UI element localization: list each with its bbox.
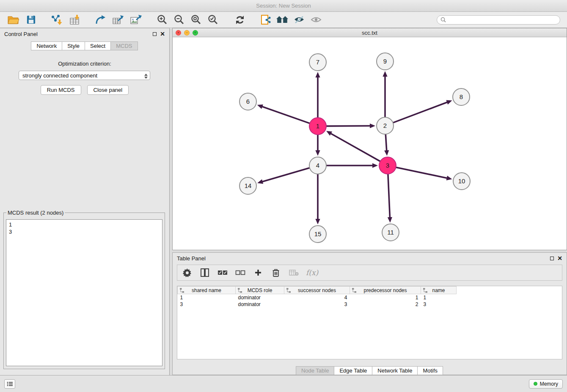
show-columns-icon[interactable] [199, 266, 210, 279]
export-table-icon[interactable] [111, 13, 125, 27]
control-panel-tab-select[interactable]: Select [85, 41, 111, 50]
open-session-icon[interactable] [6, 13, 20, 27]
copy-network-view-icon[interactable] [258, 13, 272, 27]
graph-node-2[interactable]: 2 [377, 117, 394, 134]
filter-icon[interactable] [292, 13, 306, 27]
graph-node-8[interactable]: 8 [453, 88, 470, 105]
graph-node-1[interactable]: 1 [309, 118, 326, 135]
node-label: 11 [387, 229, 394, 236]
graph-node-10[interactable]: 10 [453, 173, 470, 190]
edge-1-7[interactable] [315, 72, 320, 118]
run-mcds-button[interactable]: Run MCDS [41, 85, 81, 95]
delete-column-icon[interactable] [288, 266, 299, 279]
edge-3-11[interactable] [388, 174, 392, 223]
graph-node-6[interactable]: 6 [239, 93, 256, 110]
optimization-dropdown-value: strongly connected component [22, 72, 97, 79]
edge-1-6[interactable] [257, 105, 310, 124]
float-panel-icon[interactable] [153, 32, 157, 36]
zoom-fit-icon[interactable] [189, 13, 203, 27]
edge-2-8[interactable] [393, 100, 452, 122]
graph-node-14[interactable]: 14 [239, 177, 256, 194]
search-box[interactable] [437, 15, 560, 25]
window-titlebar[interactable]: Session: New Session [0, 0, 567, 12]
table-row[interactable]: 1dominator411 [178, 294, 562, 301]
table-tab-motifs[interactable]: Motifs [417, 366, 443, 375]
table-panel-title: Table Panel [177, 255, 206, 262]
graph-node-15[interactable]: 15 [309, 226, 326, 243]
close-window-icon[interactable]: × [176, 30, 181, 36]
memory-button[interactable]: Memory [529, 379, 563, 389]
edge-4-14[interactable] [257, 168, 310, 184]
edge-4-15[interactable] [315, 174, 320, 224]
edge-2-3[interactable] [384, 134, 389, 156]
column-header-label: shared name [192, 287, 221, 293]
graph-node-9[interactable]: 9 [377, 53, 394, 70]
function-builder-icon[interactable]: f(x) [306, 266, 318, 279]
control-panel-tab-network[interactable]: Network [31, 41, 62, 50]
search-input[interactable] [448, 17, 556, 23]
search-icon [440, 17, 446, 22]
export-image-icon[interactable] [129, 13, 143, 27]
zoom-selected-icon[interactable] [206, 13, 220, 27]
table-row[interactable]: 3dominator323 [178, 301, 562, 308]
save-session-icon[interactable] [24, 13, 38, 27]
node-label: 2 [383, 122, 387, 129]
table-tab-edge-table[interactable]: Edge Table [334, 366, 372, 375]
refresh-view-icon[interactable] [233, 13, 247, 27]
edge-2-9[interactable] [383, 71, 387, 117]
close-table-panel-icon[interactable]: ✕ [557, 255, 562, 261]
node-table-container[interactable]: shared nameMCDS rolesuccessor nodesprede… [177, 286, 562, 359]
status-bar: Memory [0, 375, 567, 392]
minimize-window-icon[interactable]: − [184, 30, 190, 36]
memory-label: Memory [540, 381, 558, 387]
mcds-result-text[interactable]: 13 [6, 219, 162, 366]
sort-icon [237, 288, 242, 293]
edge-4-3[interactable] [326, 163, 378, 168]
graph-node-7[interactable]: 7 [309, 54, 326, 71]
table-cell: 3 [421, 301, 457, 308]
sort-icon [352, 288, 357, 293]
unselect-all-icon[interactable] [235, 266, 246, 279]
edge-3-1[interactable] [326, 131, 380, 161]
network-window-titlebar[interactable]: × − + scc.txt [173, 28, 567, 37]
edge-1-4[interactable] [315, 135, 320, 156]
column-header-name[interactable]: name [421, 287, 457, 294]
edge-3-10[interactable] [396, 167, 452, 180]
new-network-icon[interactable] [93, 13, 107, 27]
node-label: 7 [316, 58, 319, 66]
optimization-dropdown[interactable]: strongly connected component [19, 71, 150, 80]
show-hide-icon[interactable] [309, 13, 323, 27]
graph-node-11[interactable]: 11 [382, 224, 399, 241]
close-panel-icon[interactable]: ✕ [160, 31, 165, 37]
add-row-icon[interactable] [253, 266, 264, 279]
graph-node-3[interactable]: 3 [379, 157, 396, 174]
close-panel-button[interactable]: Close panel [87, 85, 129, 95]
column-header-mcds-role[interactable]: MCDS role [236, 287, 284, 294]
table-cell: dominator [236, 301, 284, 308]
zoom-window-icon[interactable]: + [193, 30, 198, 36]
column-header-label: name [432, 287, 445, 293]
table-tab-network-table[interactable]: Network Table [372, 366, 418, 375]
control-panel: Control Panel ✕ NetworkStyleSelectMCDS O… [0, 28, 170, 375]
graph-node-4[interactable]: 4 [309, 157, 326, 174]
control-panel-tab-mcds[interactable]: MCDS [110, 41, 138, 50]
network-overview-icon[interactable] [275, 13, 289, 27]
column-header-predecessor-nodes[interactable]: predecessor nodes [350, 287, 421, 294]
network-canvas[interactable]: 7968124314101511 [173, 37, 567, 250]
float-table-panel-icon[interactable] [550, 257, 554, 260]
zoom-out-icon[interactable] [172, 13, 186, 27]
select-all-icon[interactable] [217, 266, 228, 279]
delete-row-icon[interactable] [270, 266, 281, 279]
zoom-in-icon[interactable] [155, 13, 169, 27]
column-header-shared-name[interactable]: shared name [178, 287, 236, 294]
control-panel-tab-style[interactable]: Style [62, 41, 85, 50]
task-history-button[interactable] [4, 379, 15, 389]
import-table-icon[interactable] [68, 13, 82, 27]
edge-1-2[interactable] [326, 124, 375, 128]
list-icon [7, 381, 13, 386]
mcds-result-line: 3 [9, 228, 160, 235]
import-network-icon[interactable] [49, 13, 63, 27]
table-settings-icon[interactable] [182, 266, 193, 279]
column-header-successor-nodes[interactable]: successor nodes [284, 287, 350, 294]
table-tab-node-table[interactable]: Node Table [296, 366, 335, 375]
